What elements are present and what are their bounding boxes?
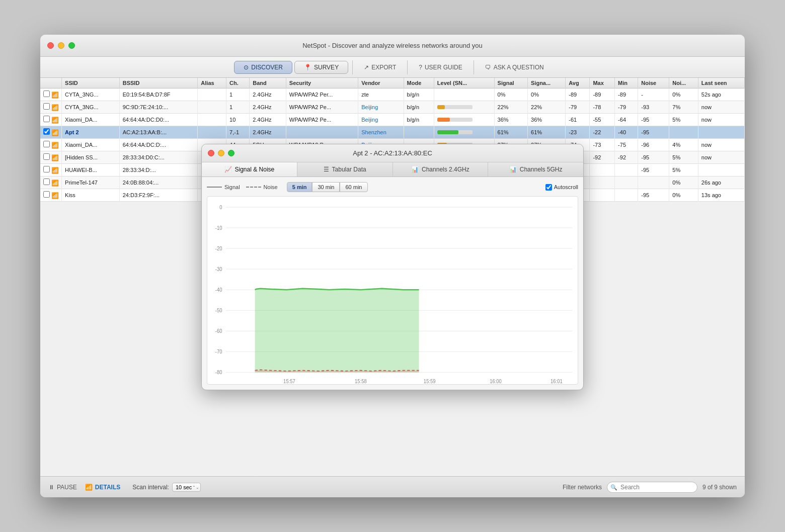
th-security[interactable]: Security xyxy=(286,78,358,88)
modal-minimize-button[interactable] xyxy=(218,150,224,156)
table-row[interactable]: 📶 CYTA_3NG... 9C:9D:7E:24:10:... 1 2.4GH… xyxy=(40,101,745,114)
discover-button[interactable]: ⊙ DISCOVER xyxy=(234,61,292,74)
th-avg[interactable]: Avg xyxy=(566,78,590,88)
discover-icon: ⊙ xyxy=(244,64,249,71)
cell-alias xyxy=(198,126,226,139)
wifi-icon: 📶 xyxy=(51,117,58,124)
cell-noi: 5% xyxy=(669,114,698,126)
cell-security: WPA/WPA2 Pe... xyxy=(286,101,358,114)
user-guide-button[interactable]: ? USER GUIDE xyxy=(412,61,469,73)
cell-noise xyxy=(638,176,669,189)
th-ssid[interactable]: SSID xyxy=(62,78,120,88)
survey-button[interactable]: 📍 SURVEY xyxy=(294,61,348,74)
ask-question-button[interactable]: 🗨 ASK A QUESTION xyxy=(478,61,551,73)
time-5min[interactable]: 5 min xyxy=(287,182,312,192)
svg-text:15:58: 15:58 xyxy=(355,378,367,384)
network-table-container[interactable]: SSID BSSID Alias Ch. Band Security Vendo… xyxy=(40,78,745,476)
row-checkbox[interactable] xyxy=(43,103,50,110)
th-mode[interactable]: Mode xyxy=(404,78,434,88)
close-button[interactable] xyxy=(47,42,54,49)
autoscroll-control[interactable]: Autoscroll xyxy=(545,184,578,191)
cell-security: WPA/WPA2 Per... xyxy=(286,88,358,101)
detail-modal[interactable]: Apt 2 - AC:A2:13:AA:80:EC 📈 Signal & Noi… xyxy=(201,144,584,390)
tab-signal-noise[interactable]: 📈 Signal & Noise xyxy=(202,162,297,176)
cell-level xyxy=(434,101,494,114)
row-checkbox-cell[interactable]: 📶 xyxy=(40,151,62,164)
cell-min: -40 xyxy=(615,126,638,139)
maximize-button[interactable] xyxy=(68,42,75,49)
cell-noi: 5% xyxy=(669,164,698,176)
cell-security xyxy=(286,126,358,139)
table-row[interactable]: 📶 CYTA_3NG... E0:19:54:BA:D7:8F 1 2.4GHz… xyxy=(40,88,745,101)
modal-maximize-button[interactable] xyxy=(228,150,234,156)
cell-ssid: Kiss xyxy=(62,189,120,202)
table-row[interactable]: 📶 Apt 2 AC:A2:13:AA:B:... 7,-1 2.4GHz Sh… xyxy=(40,126,745,139)
row-checkbox[interactable] xyxy=(43,116,50,122)
cell-ch: 7,-1 xyxy=(226,126,250,139)
th-bssid[interactable]: BSSID xyxy=(119,78,198,88)
row-checkbox[interactable] xyxy=(43,166,50,172)
minimize-button[interactable] xyxy=(58,42,64,49)
th-last[interactable]: Last seen xyxy=(698,78,744,88)
th-checkbox xyxy=(40,78,62,88)
cell-signal: 0% xyxy=(494,88,527,101)
row-checkbox[interactable] xyxy=(43,141,50,147)
table-header: SSID BSSID Alias Ch. Band Security Vendo… xyxy=(40,78,745,88)
row-checkbox-cell[interactable]: 📶 xyxy=(40,139,62,151)
row-checkbox[interactable] xyxy=(43,128,50,135)
tab-channels-24[interactable]: 📊 Channels 2.4GHz xyxy=(393,162,489,176)
row-checkbox[interactable] xyxy=(43,91,50,97)
cell-last xyxy=(698,164,744,176)
time-60min[interactable]: 60 min xyxy=(340,182,367,192)
row-checkbox[interactable] xyxy=(43,179,50,185)
row-checkbox[interactable] xyxy=(43,191,50,198)
cell-min xyxy=(615,176,638,189)
th-max[interactable]: Max xyxy=(590,78,615,88)
cell-last: now xyxy=(698,101,744,114)
row-checkbox[interactable] xyxy=(43,153,50,160)
th-noise[interactable]: Noise xyxy=(638,78,669,88)
time-30min[interactable]: 30 min xyxy=(312,182,340,192)
th-level[interactable]: Level (SN... xyxy=(434,78,494,88)
scan-interval-select[interactable]: 10 sec 30 sec 60 sec xyxy=(172,483,201,492)
time-range-buttons: 5 min 30 min 60 min xyxy=(287,182,368,192)
th-alias[interactable]: Alias xyxy=(198,78,226,88)
export-button[interactable]: ↗ EXPORT xyxy=(357,61,403,73)
search-input[interactable] xyxy=(607,482,697,493)
th-noi[interactable]: Noi... xyxy=(669,78,698,88)
cell-avg: -89 xyxy=(566,88,590,101)
cell-level xyxy=(434,88,494,101)
wifi-icon: 📶 xyxy=(51,167,58,174)
row-checkbox-cell[interactable]: 📶 xyxy=(40,176,62,189)
cell-avg: -61 xyxy=(566,114,590,126)
th-band[interactable]: Band xyxy=(250,78,286,88)
row-checkbox-cell[interactable]: 📶 xyxy=(40,101,62,114)
cell-alias xyxy=(198,101,226,114)
th-signal[interactable]: Signal xyxy=(494,78,527,88)
cell-mode: b/g/n xyxy=(404,88,434,101)
cell-noise: -95 xyxy=(638,151,669,164)
pause-button[interactable]: ⏸ PAUSE xyxy=(48,484,77,491)
row-checkbox-cell[interactable]: 📶 xyxy=(40,88,62,101)
scan-interval-control: Scan interval: 10 sec 30 sec 60 sec xyxy=(132,483,201,492)
modal-traffic-lights xyxy=(208,150,234,156)
cell-max xyxy=(590,164,615,176)
table-row[interactable]: 📶 Xiaomi_DA... 64:64:4A:DC:D0:... 10 2.4… xyxy=(40,114,745,126)
th-signa[interactable]: Signa... xyxy=(528,78,566,88)
tab-channels-5[interactable]: 📊 Channels 5GHz xyxy=(488,162,583,176)
details-button[interactable]: 📶 DETAILS xyxy=(85,484,120,491)
th-ch[interactable]: Ch. xyxy=(226,78,250,88)
row-checkbox-cell[interactable]: 📶 xyxy=(40,126,62,139)
row-checkbox-cell[interactable]: 📶 xyxy=(40,189,62,202)
modal-close-button[interactable] xyxy=(208,150,214,156)
svg-text:-80: -80 xyxy=(215,369,222,375)
cell-ssid: PrimeTel-147 xyxy=(62,176,120,189)
row-checkbox-cell[interactable]: 📶 xyxy=(40,164,62,176)
wifi-icon: 📶 xyxy=(51,154,58,161)
tab-tabular-data[interactable]: ☰ Tabular Data xyxy=(297,162,393,176)
th-min[interactable]: Min xyxy=(615,78,638,88)
row-checkbox-cell[interactable]: 📶 xyxy=(40,114,62,126)
autoscroll-checkbox[interactable] xyxy=(545,184,552,191)
th-vendor[interactable]: Vendor xyxy=(358,78,404,88)
wifi-icon: 📶 xyxy=(51,92,58,99)
